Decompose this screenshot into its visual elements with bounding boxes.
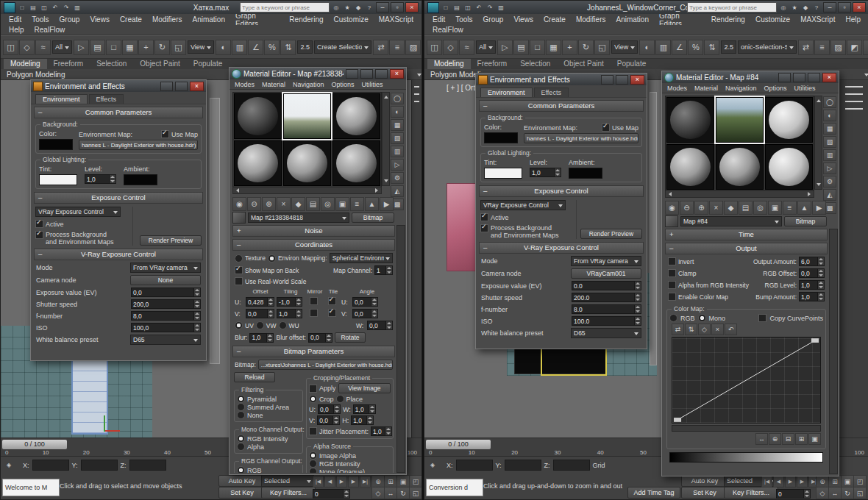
search-icon[interactable]: ◎ bbox=[778, 3, 789, 12]
bind-to-spacewarp-icon[interactable]: ≈ bbox=[459, 40, 474, 55]
auto-key-button[interactable]: Auto Key bbox=[681, 475, 728, 487]
material-sample-slot[interactable] bbox=[765, 144, 813, 190]
close-button[interactable] bbox=[405, 2, 419, 12]
ribbon-tab[interactable]: Object Paint bbox=[557, 59, 610, 69]
zoom-all-icon[interactable]: ⊞ bbox=[828, 475, 842, 488]
tab-effects[interactable]: Effects bbox=[534, 88, 569, 97]
spinner-snap-icon[interactable]: ⇅ bbox=[280, 40, 296, 55]
named-selection-dropdown[interactable]: Create Selectio bbox=[314, 40, 372, 54]
select-and-move-icon[interactable]: + bbox=[562, 40, 577, 55]
menu-item[interactable]: RealFlow bbox=[29, 26, 71, 34]
mode-dropdown[interactable]: From VRay camera bbox=[130, 262, 201, 273]
material-id-channel-icon[interactable]: ◎ bbox=[753, 201, 767, 215]
menu-item[interactable]: Modes bbox=[664, 85, 691, 92]
w-angle-spinner[interactable]: 0,0 bbox=[367, 321, 393, 330]
go-forward-sibling-icon[interactable]: ▶ bbox=[812, 201, 826, 215]
maximize-button[interactable] bbox=[808, 73, 820, 82]
crop-radio[interactable] bbox=[309, 395, 317, 403]
active-checkbox[interactable] bbox=[35, 220, 43, 228]
angle-snap-icon[interactable]: ∠ bbox=[248, 40, 263, 55]
communication-center-icon[interactable]: ◆ bbox=[353, 3, 363, 12]
menu-item[interactable]: Navigation bbox=[722, 85, 761, 92]
unlink-selection-icon[interactable]: ◇ bbox=[443, 40, 458, 55]
help-icon[interactable]: ? bbox=[811, 3, 822, 12]
white-balance-dropdown[interactable]: D65 bbox=[571, 328, 641, 338]
menu-item[interactable]: Group bbox=[478, 15, 509, 24]
iso-spinner[interactable]: 100.0 bbox=[572, 316, 641, 326]
material-sample-slot[interactable] bbox=[234, 93, 282, 139]
menu-item[interactable]: Create bbox=[538, 15, 571, 24]
window-crossing-icon[interactable]: ▦ bbox=[546, 40, 561, 55]
zoom-extents-all-icon[interactable]: ◰ bbox=[853, 475, 867, 488]
curve-zoom-h-icon[interactable]: ⊟ bbox=[782, 433, 794, 445]
go-to-parent-icon[interactable]: ▲ bbox=[797, 201, 811, 215]
spinner-snap-icon[interactable]: ⇅ bbox=[704, 40, 719, 55]
add-time-tag-button[interactable]: Add Time Tag bbox=[627, 487, 680, 499]
crop-v-spinner[interactable]: 0,0 bbox=[317, 415, 340, 425]
background-color-swatch[interactable] bbox=[39, 139, 73, 150]
pan-icon[interactable]: ↔ bbox=[384, 487, 397, 499]
rectangular-selection-icon[interactable]: □ bbox=[106, 40, 121, 55]
reset-map-icon[interactable]: × bbox=[709, 201, 723, 215]
v-angle-spinner[interactable]: 0,0 bbox=[352, 309, 378, 318]
view-image-button[interactable]: View Image bbox=[338, 383, 391, 393]
menu-item[interactable]: Tools bbox=[26, 15, 54, 24]
script-listener[interactable]: Welcome to M bbox=[2, 479, 60, 496]
layer-manager-icon[interactable]: ▨ bbox=[405, 40, 421, 55]
u-mirror-checkbox[interactable] bbox=[310, 297, 318, 305]
select-and-link-icon[interactable]: ◫ bbox=[427, 40, 442, 55]
jitter-spinner[interactable]: 1,0 bbox=[371, 426, 392, 436]
search-icon[interactable]: ◎ bbox=[331, 3, 341, 12]
zoom-icon[interactable]: ⊕ bbox=[816, 475, 829, 488]
field-of-view-icon[interactable]: ◇ bbox=[816, 487, 829, 499]
layer-manager-icon[interactable]: ▨ bbox=[830, 40, 846, 55]
keyboard-override-icon[interactable]: ▥ bbox=[232, 40, 247, 55]
maximize-button[interactable] bbox=[616, 75, 628, 85]
camera-node-button[interactable]: VRayCam001 bbox=[571, 268, 641, 279]
add-point-icon[interactable]: ◇ bbox=[698, 324, 711, 335]
alpha-rgb-intensity-radio[interactable] bbox=[309, 460, 317, 468]
material-sample-slot[interactable] bbox=[716, 144, 764, 190]
material-id-channel-icon[interactable]: ◎ bbox=[321, 197, 335, 211]
reset-map-icon[interactable]: × bbox=[277, 197, 291, 211]
set-key-button[interactable]: Set Key bbox=[218, 487, 266, 499]
background-icon[interactable]: ▦ bbox=[823, 123, 836, 135]
crop-u-spinner[interactable]: 0,0 bbox=[318, 404, 341, 414]
go-to-start-icon[interactable]: |◀ bbox=[313, 476, 324, 488]
wu-radio[interactable] bbox=[279, 321, 287, 329]
v-tiling-spinner[interactable]: 1,0 bbox=[277, 309, 302, 318]
align-icon[interactable]: ≡ bbox=[814, 40, 830, 55]
summed-area-radio[interactable] bbox=[237, 403, 245, 411]
fnumber-spinner[interactable]: 8.0 bbox=[572, 304, 641, 314]
x-coordinate-field[interactable] bbox=[456, 460, 493, 471]
menu-item[interactable]: Utilities bbox=[791, 85, 819, 92]
get-material-icon[interactable]: ◉ bbox=[232, 197, 246, 211]
mono-radio[interactable] bbox=[698, 314, 706, 322]
menu-item[interactable]: Animation bbox=[611, 15, 653, 24]
selection-filter-dropdown[interactable]: All bbox=[52, 40, 72, 54]
invert-checkbox[interactable] bbox=[668, 257, 676, 265]
rollout-vray-exposure-control[interactable]: V-Ray Exposure Control bbox=[479, 242, 644, 254]
ribbon-tab[interactable]: Populate bbox=[187, 59, 229, 69]
window-crossing-icon[interactable]: ▦ bbox=[122, 40, 138, 55]
show-map-in-viewport-icon[interactable]: ▣ bbox=[335, 197, 349, 211]
close-button[interactable] bbox=[390, 69, 404, 79]
maximize-button[interactable] bbox=[838, 2, 851, 12]
curve-zoom-v-icon[interactable]: ⊞ bbox=[795, 433, 808, 445]
material-sample-slot[interactable] bbox=[332, 140, 380, 186]
assign-to-selection-icon[interactable]: ⊕ bbox=[694, 201, 708, 215]
menu-item[interactable]: Options bbox=[761, 85, 791, 92]
snaps-toggle[interactable]: 2.5 bbox=[721, 40, 736, 54]
mirror-icon[interactable]: ⇄ bbox=[373, 40, 388, 55]
render-preview-button[interactable]: Render Preview bbox=[140, 235, 202, 246]
v-mirror-checkbox[interactable] bbox=[310, 309, 318, 317]
z-coordinate-field[interactable] bbox=[129, 460, 166, 471]
script-listener[interactable]: Conversion d bbox=[426, 479, 483, 496]
select-by-name-icon[interactable]: ▤ bbox=[513, 40, 529, 55]
tab-effects[interactable]: Effects bbox=[89, 94, 124, 104]
rollout-exposure-control[interactable]: Exposure Control bbox=[479, 185, 644, 197]
material-sample-slot[interactable] bbox=[332, 93, 380, 139]
video-color-check-icon[interactable]: ▥ bbox=[391, 146, 404, 157]
undo-icon[interactable]: ↶ bbox=[474, 3, 484, 12]
select-by-material-icon[interactable]: ◭ bbox=[823, 189, 836, 201]
